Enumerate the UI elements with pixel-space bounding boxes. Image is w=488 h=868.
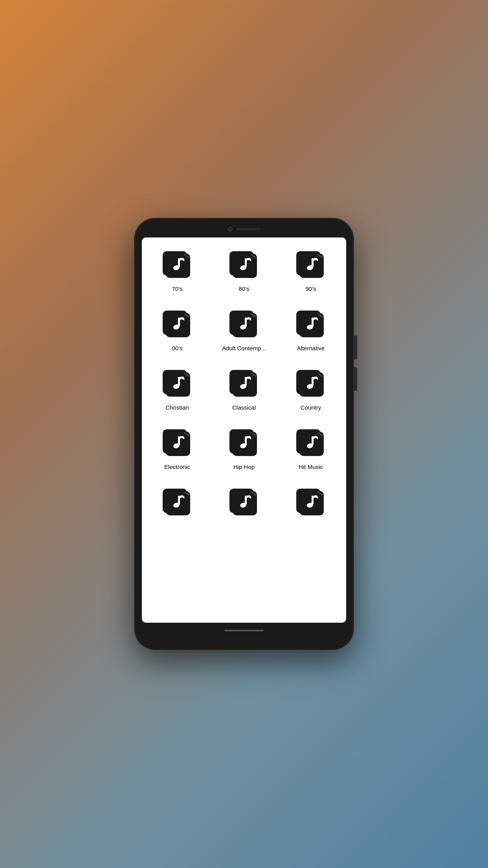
genre-label-hit-music: Hit Music [299,463,323,470]
music-icon-electronic [160,425,195,459]
phone-notch [134,218,354,237]
phone-speaker [237,228,260,230]
home-indicator [224,630,264,631]
music-icon-00s [160,307,195,340]
genre-item-00s[interactable]: 00's [146,301,209,356]
genre-grid: 70's 80's [146,241,342,528]
genre-item-80s[interactable]: 80's [213,241,275,297]
music-icon-country [293,366,328,399]
genre-item-electronic[interactable]: Electronic [146,419,209,475]
genre-item-genre-15[interactable] [279,479,342,528]
genre-label-adult-contemporary: Adult Contemp... [222,345,266,351]
phone-device: 70's 80's [134,218,354,650]
genre-item-classical[interactable]: Classical [213,360,275,416]
genre-label-90s: 90's [305,285,316,292]
music-icon-hip-hop [226,425,262,459]
genre-item-genre-14[interactable] [213,479,275,528]
phone-bottom-bar [134,623,354,638]
genre-label-christian: Christian [165,404,189,411]
genre-label-classical: Classical [232,404,256,411]
genre-item-genre-13[interactable] [146,479,209,528]
grid-content: 70's 80's [142,237,346,623]
side-button-1[interactable] [354,336,357,359]
music-icon-alternative [293,307,328,340]
music-icon-90s [293,247,328,281]
genre-item-90s[interactable]: 90's [279,241,342,297]
genre-item-country[interactable]: Country [279,360,342,416]
genre-label-80s: 80's [238,285,249,292]
genre-label-alternative: Alternative [297,345,325,351]
music-icon-70s [160,247,195,281]
music-icon-genre-14 [226,485,262,518]
genre-label-70s: 70's [172,285,182,292]
genre-item-alternative[interactable]: Alternative [279,301,342,356]
phone-screen: 70's 80's [142,237,346,623]
genre-label-electronic: Electronic [164,463,190,470]
music-icon-hit-music [293,425,328,459]
music-icon-genre-15 [293,485,328,518]
music-icon-classical [226,366,262,399]
genre-item-christian[interactable]: Christian [146,360,209,416]
genre-item-70s[interactable]: 70's [146,241,209,297]
genre-item-hit-music[interactable]: Hit Music [279,419,342,475]
music-icon-80s [226,247,262,281]
side-button-2[interactable] [354,367,357,391]
genre-label-00s: 00's [172,345,182,351]
music-icon-adult-contemporary [226,307,262,340]
genre-label-hip-hop: Hip Hop [233,463,255,470]
genre-item-adult-contemporary[interactable]: Adult Contemp... [213,301,275,356]
genre-label-country: Country [301,404,321,411]
music-icon-christian [160,366,195,399]
phone-camera [228,227,233,232]
genre-item-hip-hop[interactable]: Hip Hop [213,419,275,475]
music-icon-genre-13 [160,485,195,518]
